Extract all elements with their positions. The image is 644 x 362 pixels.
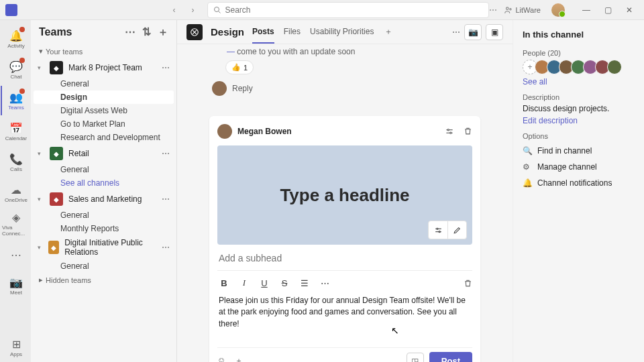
channel-item[interactable]: Digital Assets Web [34,104,174,117]
rail-chat[interactable]: 💬Chat [1,55,30,84]
team-row[interactable]: ▾◆Retail⋯ [34,144,174,163]
meet-button[interactable]: 📷 [464,24,482,40]
more-icon[interactable]: ⋯ [489,5,497,15]
attach-button[interactable]: ＋ [235,355,243,362]
rail-onedrive[interactable]: ☁OneDrive [1,178,30,208]
channel-tab[interactable]: Files [284,21,301,44]
author-name: Megan Bowen [237,127,292,136]
open-pane-button[interactable]: ▣ [486,24,503,40]
cloud-icon: ☁ [11,184,21,196]
me-avatar[interactable] [551,3,565,17]
people-label: People (20) [523,49,635,57]
channel-item[interactable]: General [34,259,174,273]
underline-button[interactable]: U [258,276,271,290]
window-minimize[interactable]: — [577,2,596,18]
back-button[interactable]: ‹ [167,3,182,17]
headline-settings-icon[interactable] [429,221,447,239]
search-input[interactable] [225,5,483,15]
post-button[interactable]: Post [429,352,472,362]
rail-activity[interactable]: 🔔Activity [1,24,30,54]
channel-more-icon[interactable]: ⋯ [452,27,460,37]
headline-editor[interactable]: Type a headline [217,145,472,245]
team-more-icon[interactable]: ⋯ [162,63,170,72]
team-more-icon[interactable]: ⋯ [162,243,170,252]
channel-item[interactable]: General [34,77,174,90]
headline-placeholder: Type a headline [280,185,409,206]
description-label: Description [523,93,635,101]
rail-teams[interactable]: 👥Teams [1,86,30,115]
rail-calls[interactable]: 📞Calls [1,147,30,177]
panel-more-icon[interactable]: ⋯ [125,25,136,40]
team-icon: ◆ [50,61,63,74]
headline-edit-icon[interactable] [447,221,466,239]
section-your-teams[interactable]: ▾Your teams [34,44,174,58]
rail-more[interactable]: ⋯ [1,240,30,269]
channel-item[interactable]: Design [34,90,174,104]
edit-description-link[interactable]: Edit description [523,116,578,125]
rail-viva[interactable]: ◈Viva Connec... [1,209,30,239]
rail-apps[interactable]: ⊞Apps [1,333,30,362]
channel-header: Design PostsFilesUsability Priorities ＋ … [177,20,513,44]
team-icon: ◆ [48,241,59,254]
team-row[interactable]: ▾◆Digital Initiative Public Relations⋯ [34,235,174,259]
channel-tab[interactable]: Usability Priorities [310,21,374,44]
more-icon: ⋯ [11,249,21,261]
italic-button[interactable]: I [237,276,251,290]
emoji-button[interactable]: ☺ [217,355,225,362]
member-avatar[interactable] [607,60,622,74]
channel-notifications[interactable]: 🔔Channel notifications [523,175,635,191]
format-more-button[interactable]: ⋯ [318,276,331,290]
reply-avatar [212,81,227,96]
thumbs-up-icon: 👍 [231,63,241,72]
team-more-icon[interactable]: ⋯ [162,194,170,204]
svg-point-14 [439,231,440,232]
post-settings-icon[interactable] [445,127,454,136]
body-text[interactable]: Please join us this Friday for our annua… [217,292,472,347]
channel-item[interactable]: Go to Market Plan [34,117,174,131]
channel-item[interactable]: Monthly Reports [34,222,174,235]
rail-calendar[interactable]: 📅Calendar [1,117,30,146]
channel-item[interactable]: General [34,163,174,176]
filter-icon[interactable]: ⇅ [142,25,151,40]
search-box[interactable] [207,2,489,18]
create-team-icon[interactable]: ＋ [158,25,168,40]
composer-card: Megan Bowen Type a headline [209,116,480,362]
loop-button[interactable]: ◳ [407,353,424,362]
org-switcher[interactable]: LitWare [504,5,541,15]
section-hidden-teams[interactable]: ▸Hidden teams [34,273,174,287]
find-in-channel[interactable]: 🔍Find in channel [523,143,635,159]
channel-item[interactable]: General [34,208,174,222]
reply-button[interactable]: Reply [209,78,480,96]
clear-body-icon[interactable] [464,279,472,288]
strike-button[interactable]: S [278,276,291,290]
reaction-button[interactable]: 👍1 [225,60,254,74]
add-tab-button[interactable]: ＋ [382,25,395,39]
format-toolbar: B I U S ☰ ⋯ [217,274,472,292]
subhead-input[interactable] [217,245,472,270]
window-maximize[interactable]: ▢ [598,2,617,18]
discard-icon[interactable] [464,127,472,136]
forward-button[interactable]: › [186,3,201,17]
apps-icon: ⊞ [12,338,21,351]
manage-channel[interactable]: ⚙Manage channel [523,159,635,175]
channel-info-panel: In this channel People (20) + See all De… [513,20,644,362]
channel-tab[interactable]: Posts [252,21,274,44]
channel-item[interactable]: See all channels [34,176,174,190]
bell-icon: 🔔 [523,178,532,188]
see-all-link[interactable]: See all [523,77,547,86]
team-row[interactable]: ▾◆Mark 8 Project Team⋯ [34,58,174,77]
team-row[interactable]: ▾◆Sales and Marketing⋯ [34,190,174,208]
caret-right-icon: ▸ [39,276,43,284]
video-icon: 📷 [9,276,23,289]
channel-item[interactable]: Research and Development [34,131,174,144]
svg-point-0 [214,7,219,11]
calendar-icon: 📅 [9,122,23,135]
window-close[interactable]: ✕ [620,2,639,18]
svg-point-2 [506,7,508,9]
team-more-icon[interactable]: ⋯ [162,149,170,158]
bold-button[interactable]: B [217,276,231,290]
caret-icon: ▾ [38,244,43,251]
caret-down-icon: ▾ [39,47,43,56]
list-button[interactable]: ☰ [298,276,311,290]
rail-meet[interactable]: 📷Meet [1,271,30,300]
